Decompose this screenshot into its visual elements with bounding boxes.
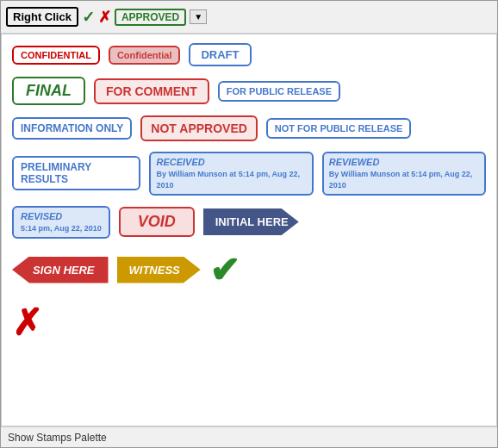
stamp-reviewed-sub: By William Munson at 5:14 pm, Aug 22, 20… xyxy=(329,169,479,190)
sign-here-arrow: SIGN HERE xyxy=(12,257,109,283)
stamp-for-comment[interactable]: FOR COMMENT xyxy=(94,78,209,104)
toolbar-x-icon[interactable]: ✗ xyxy=(98,8,111,27)
stamp-revised-title: REVISED xyxy=(21,210,102,223)
stamp-void[interactable]: VOID xyxy=(119,207,195,237)
stamp-confidential-filled[interactable]: Confidential xyxy=(109,46,181,65)
status-bar: Show Stamps Palette xyxy=(1,426,497,447)
stamps-row-2: FINAL FOR COMMENT FOR PUBLIC RELEASE xyxy=(9,77,489,105)
stamp-sign-here[interactable]: SIGN HERE xyxy=(12,257,109,283)
stamp-preliminary-results[interactable]: PRELIMINARY RESULTS xyxy=(12,156,140,190)
stamp-revised-sub: 5:14 pm, Aug 22, 2010 xyxy=(21,223,102,234)
stamps-row-1: CONFIDENTIAL Confidential DRAFT xyxy=(9,43,489,66)
stamp-initial-here[interactable]: INITIAL HERE xyxy=(203,208,299,235)
stamp-witness[interactable]: WITNESS xyxy=(117,257,201,283)
stamps-row-3: INFORMATION ONLY NOT APPROVED NOT FOR PU… xyxy=(9,115,489,141)
stamps-row-6: SIGN HERE WITNESS ✔ xyxy=(9,249,489,291)
stamps-panel[interactable]: CONFIDENTIAL Confidential DRAFT FINAL FO… xyxy=(1,34,497,426)
initial-here-arrow: INITIAL HERE xyxy=(203,208,299,235)
stamp-received-title: RECEIVED xyxy=(156,156,306,169)
witness-arrow: WITNESS xyxy=(117,257,201,283)
stamp-revised[interactable]: REVISED 5:14 pm, Aug 22, 2010 xyxy=(12,206,110,239)
right-click-label[interactable]: Right Click xyxy=(6,7,78,27)
stamp-final[interactable]: FINAL xyxy=(12,77,85,105)
toolbar: Right Click ✓ ✗ APPROVED ▼ xyxy=(1,1,497,34)
stamp-draft[interactable]: DRAFT xyxy=(189,43,251,66)
stamp-reviewed[interactable]: REVIEWED By William Munson at 5:14 pm, A… xyxy=(322,152,486,196)
content-area: CONFIDENTIAL Confidential DRAFT FINAL FO… xyxy=(1,34,497,426)
stamp-checkmark[interactable]: ✔ xyxy=(209,249,240,291)
stamp-red-x[interactable]: ✗ xyxy=(12,302,42,344)
stamps-row-4: PRELIMINARY RESULTS RECEIVED By William … xyxy=(9,152,489,196)
stamps-row-5: REVISED 5:14 pm, Aug 22, 2010 VOID INITI… xyxy=(9,206,489,239)
stamp-for-public-release[interactable]: FOR PUBLIC RELEASE xyxy=(218,81,340,102)
toolbar-check-icon[interactable]: ✓ xyxy=(82,8,95,27)
stamp-reviewed-title: REVIEWED xyxy=(329,156,479,169)
dropdown-arrow-icon[interactable]: ▼ xyxy=(190,9,207,24)
status-text: Show Stamps Palette xyxy=(8,432,107,444)
stamps-row-7: ✗ xyxy=(9,302,489,344)
stamp-not-approved[interactable]: NOT APPROVED xyxy=(140,115,258,141)
stamp-confidential-outline[interactable]: CONFIDENTIAL xyxy=(12,46,100,65)
stamps-palette-window: Right Click ✓ ✗ APPROVED ▼ CONFIDENTIAL … xyxy=(0,0,498,448)
stamp-information-only[interactable]: INFORMATION ONLY xyxy=(12,117,132,140)
stamp-received-sub: By William Munson at 5:14 pm, Aug 22, 20… xyxy=(156,169,306,190)
stamp-received[interactable]: RECEIVED By William Munson at 5:14 pm, A… xyxy=(149,152,313,196)
stamp-not-for-public-release[interactable]: NOT FOR PUBLIC RELEASE xyxy=(266,118,412,139)
approved-badge[interactable]: APPROVED xyxy=(115,9,186,26)
